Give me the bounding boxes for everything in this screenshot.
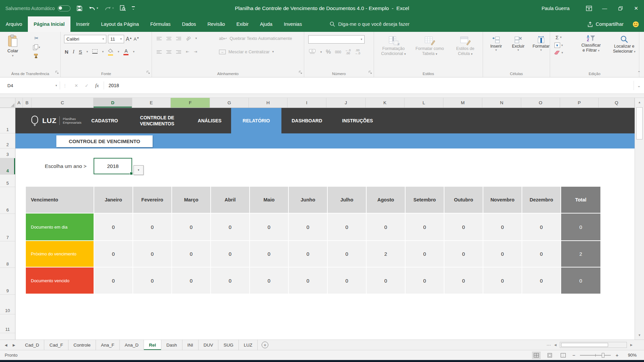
row-header-2[interactable]: 2	[0, 133, 15, 148]
sheet-tab-duv[interactable]: DUV	[199, 340, 219, 350]
paste-button[interactable]: Colar ▾	[7, 35, 18, 57]
table-cell[interactable]: 0	[94, 267, 132, 294]
table-cell[interactable]: 0	[522, 267, 560, 294]
sheet-tab-cad-f[interactable]: Cad_F	[44, 340, 68, 350]
column-header-p[interactable]: P	[560, 98, 599, 108]
copy-dropdown-icon[interactable]: ▾	[39, 46, 40, 49]
row-label-documento-em-dia[interactable]: Documento em dia	[26, 214, 94, 240]
increase-decimal-button[interactable]: ←.0 .00	[345, 49, 351, 55]
column-header-i[interactable]: I	[287, 98, 326, 108]
table-total-cell[interactable]: 2	[561, 241, 600, 267]
font-dialog-launcher[interactable]	[147, 69, 150, 75]
align-middle-icon[interactable]	[166, 37, 171, 40]
table-cell[interactable]: 0	[250, 241, 288, 267]
table-cell[interactable]: 0	[406, 214, 444, 240]
minimize-button[interactable]: —	[597, 0, 612, 16]
align-center-icon[interactable]	[166, 50, 171, 54]
sheet-tab-ana-d[interactable]: Ana_D	[120, 340, 144, 350]
user-name[interactable]: Paula Guerra	[542, 6, 570, 11]
column-header-l[interactable]: L	[405, 98, 443, 108]
autosave-toggle-pill[interactable]	[58, 5, 70, 11]
table-total-cell[interactable]: 0	[561, 267, 600, 294]
sort-filter-button[interactable]: AZ Classificare Filtrar ▾	[576, 35, 606, 54]
table-cell[interactable]: 0	[406, 241, 444, 267]
orientation-icon[interactable]: ab	[185, 35, 192, 42]
align-right-icon[interactable]	[176, 50, 181, 54]
undo-dropdown-icon[interactable]: ▾	[97, 7, 98, 10]
font-color-dropdown-icon[interactable]: ▾	[133, 50, 135, 53]
column-header-j[interactable]: J	[326, 98, 366, 108]
table-cell[interactable]: 0	[483, 241, 522, 267]
table-cell[interactable]: 0	[483, 267, 522, 294]
table-cell[interactable]: 0	[172, 214, 210, 240]
table-header-novembro[interactable]: Novembro	[483, 187, 522, 213]
table-cell[interactable]: 0	[211, 241, 249, 267]
accounting-dropdown-icon[interactable]: ▾	[320, 51, 322, 54]
insert-function-button[interactable]: fx	[95, 83, 99, 88]
table-cell[interactable]: 0	[522, 214, 560, 240]
table-cell[interactable]: 0	[444, 267, 483, 294]
tab-pagina-inicial[interactable]: Página Inicial	[28, 16, 70, 32]
table-cell[interactable]: 2	[367, 241, 405, 267]
autosave-toggle[interactable]: Salvamento Automático	[5, 5, 70, 11]
tab-arquivo[interactable]: Arquivo	[0, 16, 28, 32]
nav-item-relatorio[interactable]: RELATÓRIO	[231, 108, 281, 133]
row-label-documento-vencido[interactable]: Documento vencido	[26, 267, 94, 294]
borders-button[interactable]	[92, 49, 98, 55]
zoom-out-button[interactable]: −	[572, 352, 575, 358]
sheet-tab-controle[interactable]: Controle	[68, 340, 96, 350]
row-header-1[interactable]: 1	[0, 108, 15, 133]
table-cell[interactable]: 0	[94, 214, 132, 240]
sheet-tab-luz[interactable]: LUZ	[239, 340, 258, 350]
table-header-janeiro[interactable]: Janeiro	[94, 187, 132, 213]
format-cells-button[interactable]: Formatar ▾	[531, 36, 551, 52]
tab-inserir[interactable]: Inserir	[70, 16, 95, 32]
number-format-combo[interactable]: ▾	[308, 35, 365, 44]
table-cell[interactable]: 0	[94, 241, 132, 267]
year-dropdown-button[interactable]: ▾	[133, 165, 144, 175]
table-header-marco[interactable]: Março	[172, 187, 210, 213]
add-sheet-button[interactable]: +	[262, 342, 268, 348]
grow-font-button[interactable]: A▲	[126, 36, 132, 42]
table-header-abril[interactable]: Abril	[211, 187, 249, 213]
table-cell[interactable]: 0	[367, 214, 405, 240]
sheet-nav-right-icon[interactable]: ▶	[13, 343, 15, 347]
table-total-cell[interactable]: 0	[561, 214, 600, 240]
delete-dropdown-icon[interactable]: ▾	[518, 49, 519, 52]
sheet-tab-rel[interactable]: Rel	[144, 340, 161, 350]
increase-indent-icon[interactable]: ⇥	[194, 49, 197, 54]
orientation-dropdown-icon[interactable]: ▾	[195, 37, 197, 40]
table-cell[interactable]: 0	[444, 241, 483, 267]
name-box[interactable]: D4 ▾	[3, 80, 60, 91]
table-cell[interactable]: 0	[328, 241, 366, 267]
insert-cells-button[interactable]: Inserir ▾	[486, 36, 506, 52]
italic-button[interactable]: I	[73, 49, 74, 54]
feedback-smiley-icon[interactable]	[632, 21, 639, 28]
nav-item-cadastro[interactable]: CADASTRO	[83, 108, 126, 133]
sheet-tab-ini[interactable]: INI	[182, 340, 199, 350]
table-cell[interactable]: 0	[250, 267, 288, 294]
table-cell[interactable]: 0	[172, 267, 210, 294]
vertical-scroll-thumb[interactable]	[636, 107, 643, 139]
undo-button[interactable]: ▾	[89, 6, 98, 11]
autosum-button[interactable]: Σ ▾	[554, 35, 563, 40]
hscroll-right-icon[interactable]: ▶	[630, 343, 633, 347]
table-header-junho[interactable]: Junho	[289, 187, 327, 213]
shrink-font-button[interactable]: A▼	[134, 37, 140, 42]
row-header-7[interactable]: 7	[0, 214, 15, 241]
table-cell[interactable]: 0	[172, 241, 210, 267]
table-cell[interactable]: 0	[133, 214, 171, 240]
row-label-proximo-do-vencimento[interactable]: Próximo do vencimento	[26, 241, 94, 267]
tab-revisao[interactable]: Revisão	[202, 16, 230, 32]
align-top-icon[interactable]	[157, 37, 162, 40]
table-cell[interactable]: 0	[328, 214, 366, 240]
column-header-e[interactable]: E	[132, 98, 171, 108]
clipboard-dialog-launcher[interactable]	[55, 69, 59, 75]
fill-color-dropdown-icon[interactable]: ▾	[118, 50, 119, 53]
table-cell[interactable]: 0	[289, 267, 327, 294]
sheet-tab-ana-f[interactable]: Ana_F	[96, 340, 120, 350]
close-button[interactable]: ✕	[628, 0, 644, 16]
cut-icon[interactable]: ✂	[33, 35, 40, 41]
insert-dropdown-icon[interactable]: ▾	[495, 49, 497, 52]
confirm-entry-button[interactable]: ✓	[85, 83, 89, 88]
